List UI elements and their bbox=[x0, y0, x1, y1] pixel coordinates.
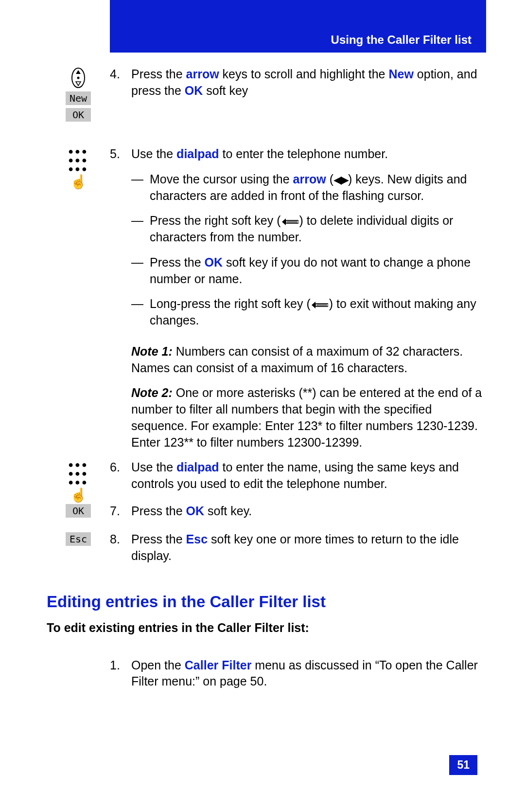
kw-ok: OK bbox=[185, 84, 203, 97]
page-number: 51 bbox=[449, 755, 477, 775]
step-text: Open the Caller Filter menu as discussed… bbox=[131, 657, 484, 699]
note-label: Note 2: bbox=[131, 386, 173, 399]
t: Press the bbox=[131, 532, 186, 546]
t: Press the bbox=[150, 255, 205, 269]
step-number: 1. bbox=[110, 657, 131, 674]
hand-icon: ☝ bbox=[70, 488, 87, 502]
kw-caller-filter: Caller Filter bbox=[185, 658, 252, 672]
note-1: Note 1: Numbers can consist of a maximum… bbox=[131, 343, 484, 377]
kw-dialpad: dialpad bbox=[176, 460, 219, 474]
step-5: ●●●●●●●●● ☝ 5. Use the dialpad to enter … bbox=[47, 146, 484, 459]
page-content: New OK 4. Press the arrow keys to scroll… bbox=[47, 66, 484, 699]
step-6: ●●●●●●●●● ☝ 6. Use the dialpad to enter … bbox=[47, 459, 484, 502]
note-label: Note 1: bbox=[131, 344, 173, 358]
kw-dialpad: dialpad bbox=[176, 147, 219, 161]
step-4-icons: New OK bbox=[47, 66, 110, 122]
step-4: New OK 4. Press the arrow keys to scroll… bbox=[47, 66, 484, 122]
t: Open the bbox=[131, 658, 185, 672]
t: soft key. bbox=[204, 504, 252, 518]
step-8: Esc 8. Press the Esc soft key one or mor… bbox=[47, 531, 484, 573]
left-right-arrow-icon: ◀▶ bbox=[333, 173, 348, 187]
document-page: Using the Caller Filter list New OK 4. bbox=[0, 0, 525, 812]
kw-ok: OK bbox=[186, 504, 205, 518]
t: Numbers can consist of a maximum of 32 c… bbox=[131, 344, 463, 375]
t: to enter the telephone number. bbox=[219, 147, 388, 161]
t: One or more asterisks (**) can be entere… bbox=[131, 386, 482, 449]
esc-soft-key: Esc bbox=[66, 532, 91, 546]
svg-point-3 bbox=[77, 77, 80, 79]
kw-esc: Esc bbox=[186, 532, 208, 546]
step-number: 6. bbox=[110, 459, 131, 476]
t: Use the bbox=[131, 460, 176, 474]
ok-soft-key: OK bbox=[66, 504, 91, 518]
t: Press the bbox=[131, 67, 186, 81]
step-8-icons: Esc bbox=[47, 531, 110, 546]
new-soft-key: New bbox=[66, 91, 91, 105]
running-title: Using the Caller Filter list bbox=[331, 33, 472, 47]
hand-icon: ☝ bbox=[70, 175, 87, 189]
edit-step-1: 1. Open the Caller Filter menu as discus… bbox=[47, 657, 484, 699]
t: Press the bbox=[131, 504, 186, 518]
t: Use the bbox=[131, 147, 176, 161]
step-text: Use the dialpad to enter the telephone n… bbox=[131, 146, 484, 459]
kw-arrow: arrow bbox=[293, 172, 326, 186]
t: Long-press the right soft key ( bbox=[150, 297, 311, 310]
step-7-icons: OK bbox=[47, 503, 110, 518]
step-number: 4. bbox=[110, 66, 131, 83]
clear-key-icon bbox=[282, 218, 298, 225]
step-number: 5. bbox=[110, 146, 131, 162]
step-5-icons: ●●●●●●●●● ☝ bbox=[47, 146, 110, 189]
svg-marker-2 bbox=[76, 82, 81, 86]
step-text: Press the arrow keys to scroll and highl… bbox=[131, 66, 484, 108]
dialpad-icon: ●●●●●●●●● bbox=[68, 460, 88, 487]
step-6-icons: ●●●●●●●●● ☝ bbox=[47, 459, 110, 502]
step-text: Press the Esc soft key one or more times… bbox=[131, 531, 484, 573]
note-2: Note 2: One or more asterisks (**) can b… bbox=[131, 385, 484, 451]
t: Move the cursor using the bbox=[150, 172, 293, 186]
section-heading: Editing entries in the Caller Filter lis… bbox=[47, 593, 484, 611]
t: keys to scroll and highlight the bbox=[219, 67, 389, 81]
step-number: 7. bbox=[110, 503, 131, 520]
t: soft key bbox=[203, 84, 248, 97]
svg-marker-1 bbox=[76, 70, 81, 74]
step-text: Press the OK soft key. bbox=[131, 503, 484, 528]
section-subheading: To edit existing entries in the Caller F… bbox=[47, 621, 484, 635]
kw-ok: OK bbox=[205, 255, 223, 269]
t: ( bbox=[326, 172, 333, 186]
t: Press the right soft key ( bbox=[150, 214, 281, 227]
nav-arrows-icon bbox=[71, 67, 86, 89]
step-number: 8. bbox=[110, 531, 131, 548]
ok-soft-key: OK bbox=[66, 108, 91, 122]
dialpad-icon: ●●●●●●●●● bbox=[68, 147, 88, 173]
clear-key-icon bbox=[312, 302, 328, 308]
kw-new: New bbox=[388, 67, 413, 81]
step-text: Use the dialpad to enter the name, using… bbox=[131, 459, 484, 501]
step-7: OK 7. Press the OK soft key. bbox=[47, 503, 484, 528]
kw-arrow: arrow bbox=[186, 67, 219, 81]
